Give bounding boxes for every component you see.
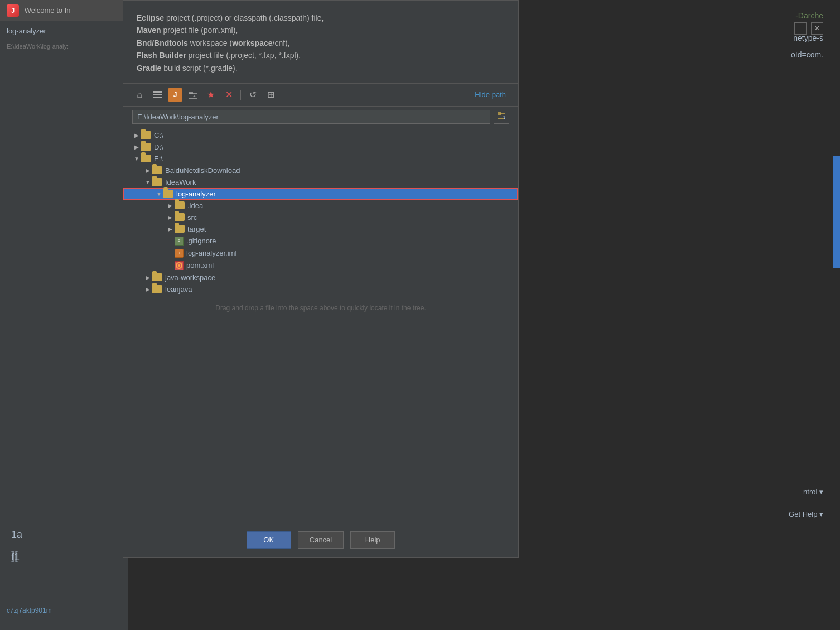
svg-rect-2 [153, 97, 162, 98]
arrow-d-drive: ▶ [132, 144, 141, 150]
tree-item-src[interactable]: ▶ src [123, 211, 518, 223]
help-button[interactable]: Help [350, 531, 395, 549]
tree-label-e-drive: E:\ [154, 155, 163, 163]
bookmark-button[interactable]: ★ [204, 88, 218, 102]
file-icon-iml: J [175, 249, 184, 258]
tree-item-c-drive[interactable]: ▶ C:\ [123, 129, 518, 141]
tree-item-java-workspace[interactable]: ▶ java-workspace [123, 272, 518, 283]
ide-control-label[interactable]: ntrol ▾ [803, 488, 823, 496]
tree-item-d-drive[interactable]: ▶ D:\ [123, 141, 518, 153]
dialog-footer: OK Cancel Help [123, 522, 518, 557]
folder-icon-log-analyzer [163, 190, 173, 198]
arrow-src: ▶ [166, 214, 175, 220]
folder-icon-baidu [152, 166, 162, 174]
folder-icon-c [141, 131, 151, 139]
arrow-e-drive: ▼ [132, 156, 141, 162]
desc-eclipse: Eclipse [137, 13, 164, 22]
tree-label-target: target [187, 225, 206, 233]
toolbar-separator [240, 90, 241, 100]
tree-item-gitignore[interactable]: ≡ .gitignore [123, 235, 518, 247]
folder-icon-leanjava [152, 285, 162, 293]
dialog-description: Eclipse project (.project) or classpath … [123, 1, 518, 84]
tree-label-ideawork: IdeaWork [165, 178, 196, 186]
arrow-c-drive: ▶ [132, 132, 141, 138]
list-view-button[interactable] [150, 88, 165, 102]
tree-label-iml: log-analyzer.iml [186, 249, 236, 257]
dialog-toolbar: ⌂ J + ★ ✕ ↺ ⊞ Hide path [123, 84, 518, 107]
folder-icon-target [175, 225, 185, 233]
folder-icon-d [141, 143, 151, 151]
path-input[interactable] [132, 110, 490, 124]
path-browse-button[interactable] [494, 110, 509, 124]
tree-label-baidu: BaiduNetdiskDownload [165, 166, 240, 175]
ide-right-text2: netype-s [793, 33, 823, 42]
cancel-button[interactable]: Cancel [298, 531, 344, 549]
intellij-logo: J [7, 4, 19, 17]
refresh-button[interactable]: ↺ [245, 88, 260, 102]
ide-right-panel: -Darche netype-s oId=com. □ × ntrol ▾ Ge… [634, 0, 840, 630]
ide-project-path: E:\IdeaWork\log-analy: [0, 41, 128, 52]
folder-icon-java-workspace [152, 273, 162, 281]
home-button[interactable]: ⌂ [132, 88, 147, 102]
ide-label-1a: 1a [11, 529, 22, 541]
desc-workspace: workspace [232, 39, 272, 47]
file-tree[interactable]: ▶ C:\ ▶ D:\ ▼ E:\ ▶ BaiduNetdiskDownload… [123, 127, 518, 522]
tree-label-pom: pom.xml [186, 261, 214, 270]
arrow-target: ▶ [166, 226, 175, 232]
tree-item-iml[interactable]: J log-analyzer.iml [123, 247, 518, 259]
tree-label-gitignore: .gitignore [186, 237, 216, 245]
ij-button[interactable]: J [168, 88, 182, 102]
file-chooser-dialog: Eclipse project (.project) or classpath … [123, 0, 519, 558]
new-folder-button[interactable]: + [186, 88, 200, 102]
ide-bottom-text: c7zj7aktp901m [0, 602, 128, 619]
ok-button[interactable]: OK [247, 531, 291, 549]
desc-flash: Flash Builder [137, 51, 186, 60]
desc-maven: Maven [137, 26, 161, 35]
tree-label-java-workspace: java-workspace [165, 273, 215, 282]
tree-item-leanjava[interactable]: ▶ leanjava [123, 283, 518, 295]
minimize-button[interactable]: □ [794, 22, 807, 35]
folder-icon-src [175, 213, 185, 221]
ide-project-name: log-analyzer [0, 21, 128, 41]
ide-label-f1: f1 [11, 551, 20, 563]
arrow-ideawork: ▼ [143, 179, 152, 185]
file-icon-pom [175, 261, 184, 270]
desc-bnd: Bnd/Bndtools [137, 39, 188, 47]
close-button[interactable]: × [811, 22, 823, 35]
arrow-leanjava: ▶ [143, 286, 152, 292]
delete-button[interactable]: ✕ [221, 88, 236, 102]
tree-item-target[interactable]: ▶ target [123, 223, 518, 235]
folder-icon-idea [175, 201, 185, 209]
ide-scrollbar-thumb [833, 156, 840, 268]
tree-label-c-drive: C:\ [154, 131, 163, 140]
tree-label-idea: .idea [187, 201, 203, 210]
svg-text:+: + [193, 94, 196, 99]
ide-right-text3: oId=com. [791, 50, 823, 59]
ide-tab-welcome: J Welcome to In [0, 0, 128, 21]
tree-item-e-drive[interactable]: ▼ E:\ [123, 153, 518, 165]
tree-label-d-drive: D:\ [154, 143, 163, 151]
arrow-log-analyzer: ▼ [155, 191, 163, 197]
svg-rect-0 [153, 91, 162, 93]
tree-item-pom[interactable]: pom.xml [123, 259, 518, 272]
drag-drop-hint: Drag and drop a file into the space abov… [123, 295, 518, 321]
tree-item-log-analyzer[interactable]: ▼ log-analyzer [123, 188, 518, 200]
ide-right-text1: -Darche [795, 11, 823, 20]
ide-window-controls[interactable]: □ × [794, 22, 823, 35]
ide-left-panel: J Welcome to In log-analyzer E:\IdeaWork… [0, 0, 128, 630]
folder-icon-ideawork [152, 178, 162, 186]
path-input-row [123, 107, 518, 127]
file-icon-gitignore: ≡ [175, 237, 184, 246]
ide-get-help-label[interactable]: Get Help ▾ [789, 510, 823, 518]
arrow-idea: ▶ [166, 203, 175, 209]
grid-button[interactable]: ⊞ [263, 88, 278, 102]
tree-item-idea[interactable]: ▶ .idea [123, 200, 518, 211]
hide-path-button[interactable]: Hide path [471, 89, 509, 100]
tree-item-ideawork[interactable]: ▼ IdeaWork [123, 176, 518, 188]
svg-rect-1 [153, 94, 162, 95]
svg-point-9 [178, 264, 180, 267]
tree-label-src: src [187, 213, 197, 222]
desc-gradle: Gradle [137, 64, 161, 73]
tree-label-log-analyzer: log-analyzer [176, 190, 216, 198]
tree-item-baidu[interactable]: ▶ BaiduNetdiskDownload [123, 165, 518, 176]
